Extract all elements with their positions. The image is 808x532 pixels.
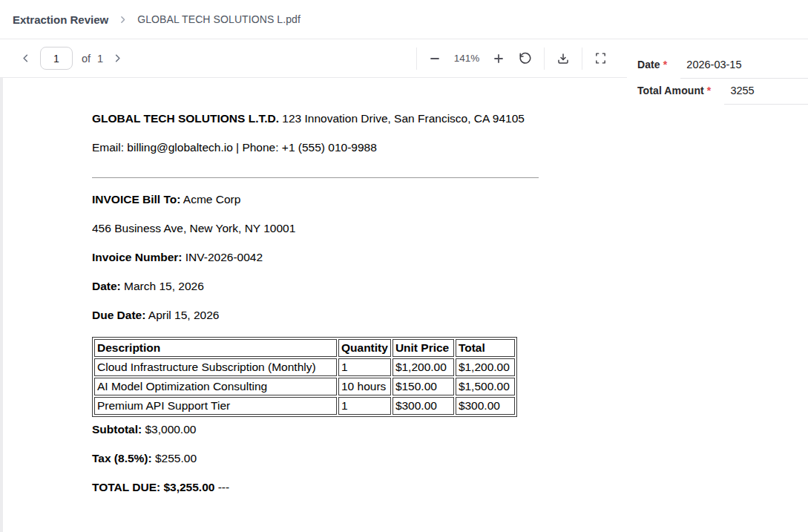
main-area: of 1 141%: [0, 39, 808, 532]
plus-icon: [493, 53, 505, 65]
toolbar-divider: [544, 47, 545, 70]
breadcrumb-filename: GLOBAL TECH SOLUTIONS L.pdf: [137, 13, 300, 25]
chevron-left-icon: [20, 53, 31, 64]
table-header-row: Description Quantity Unit Price Total: [94, 339, 515, 357]
download-icon: [556, 52, 570, 65]
table-cell: AI Model Optimization Consulting: [94, 378, 337, 395]
previous-page-button[interactable]: [18, 50, 33, 66]
contact-line: Email: billing@globaltech.io | Phone: +1…: [92, 140, 539, 155]
bill-to-line: INVOICE Bill To: Acme Corp: [92, 192, 539, 207]
table-cell: Premium API Support Tier: [94, 397, 337, 415]
extraction-fields-panel: Date* Total Amount*: [627, 39, 808, 532]
line-items-table: Description Quantity Unit Price Total Cl…: [92, 337, 517, 417]
invoice-document: GLOBAL TECH SOLUTIONS L.T.D. 123 Innovat…: [3, 78, 539, 495]
page-number-input[interactable]: [40, 47, 73, 70]
viewer-canvas[interactable]: GLOBAL TECH SOLUTIONS L.T.D. 123 Innovat…: [0, 78, 627, 532]
due-date-line: Due Date: April 15, 2026: [92, 308, 539, 323]
next-page-button[interactable]: [110, 50, 125, 66]
total-amount-field-input[interactable]: [724, 80, 808, 105]
table-cell: 10 hours: [338, 378, 391, 395]
company-line: GLOBAL TECH SOLUTIONS L.T.D. 123 Innovat…: [92, 111, 539, 126]
table-cell: $1,200.00: [456, 358, 515, 376]
pdf-page: GLOBAL TECH SOLUTIONS L.T.D. 123 Innovat…: [3, 78, 627, 532]
pdf-viewer: of 1 141%: [0, 39, 627, 532]
toolbar-divider: [416, 47, 417, 70]
table-cell: $150.00: [392, 378, 454, 395]
column-header: Unit Price: [392, 339, 454, 357]
zoom-out-button[interactable]: [427, 50, 443, 67]
table-cell: $300.00: [392, 397, 454, 415]
document-divider: [92, 177, 539, 178]
chevron-right-icon: [112, 53, 123, 64]
bill-to-address: 456 Business Ave, New York, NY 10001: [92, 221, 539, 236]
rotate-button[interactable]: [516, 50, 534, 68]
required-asterisk: *: [707, 85, 712, 96]
zoom-level: 141%: [453, 53, 481, 64]
download-button[interactable]: [554, 50, 572, 68]
column-header: Description: [94, 339, 337, 357]
viewer-toolbar: of 1 141%: [0, 39, 627, 78]
table-cell: 1: [338, 358, 391, 376]
field-row-date: Date*: [637, 54, 808, 79]
table-cell: $1,200.00: [392, 358, 454, 376]
column-header: Total: [456, 339, 515, 357]
total-due-line: TOTAL DUE: $3,255.00 ---: [92, 480, 539, 495]
zoom-controls: 141%: [416, 47, 609, 70]
table-row: Premium API Support Tier 1 $300.00 $300.…: [94, 397, 515, 415]
table-row: AI Model Optimization Consulting 10 hour…: [94, 378, 515, 395]
chevron-right-icon: [118, 15, 128, 24]
fullscreen-button[interactable]: [592, 50, 609, 67]
date-field-input[interactable]: [680, 54, 808, 79]
minus-icon: [429, 53, 441, 65]
invoice-number-line: Invoice Number: INV-2026-0042: [92, 250, 539, 265]
of-label: of: [82, 53, 91, 65]
tax-line: Tax (8.5%): $255.00: [92, 451, 539, 466]
breadcrumb: Extraction Review GLOBAL TECH SOLUTIONS …: [0, 0, 808, 39]
column-header: Quantity: [338, 339, 391, 357]
date-field-label: Date*: [637, 54, 667, 70]
field-row-total-amount: Total Amount*: [637, 80, 808, 105]
table-row: Cloud Infrastructure Subscription (Month…: [94, 358, 515, 376]
total-amount-field-label: Total Amount*: [637, 80, 711, 96]
breadcrumb-section-link[interactable]: Extraction Review: [13, 13, 108, 26]
subtotal-line: Subtotal: $3,000.00: [92, 422, 539, 437]
expand-icon: [594, 52, 607, 65]
table-cell: 1: [338, 397, 391, 415]
table-cell: Cloud Infrastructure Subscription (Month…: [94, 358, 337, 376]
zoom-in-button[interactable]: [490, 50, 507, 67]
total-pages: 1: [97, 53, 103, 65]
page-navigation: of 1: [18, 47, 125, 70]
required-asterisk: *: [663, 59, 668, 70]
rotate-counterclockwise-icon: [519, 52, 532, 65]
table-cell: $1,500.00: [456, 378, 515, 395]
invoice-date-line: Date: March 15, 2026: [92, 279, 539, 294]
toolbar-divider: [582, 47, 582, 70]
table-cell: $300.00: [456, 397, 515, 415]
